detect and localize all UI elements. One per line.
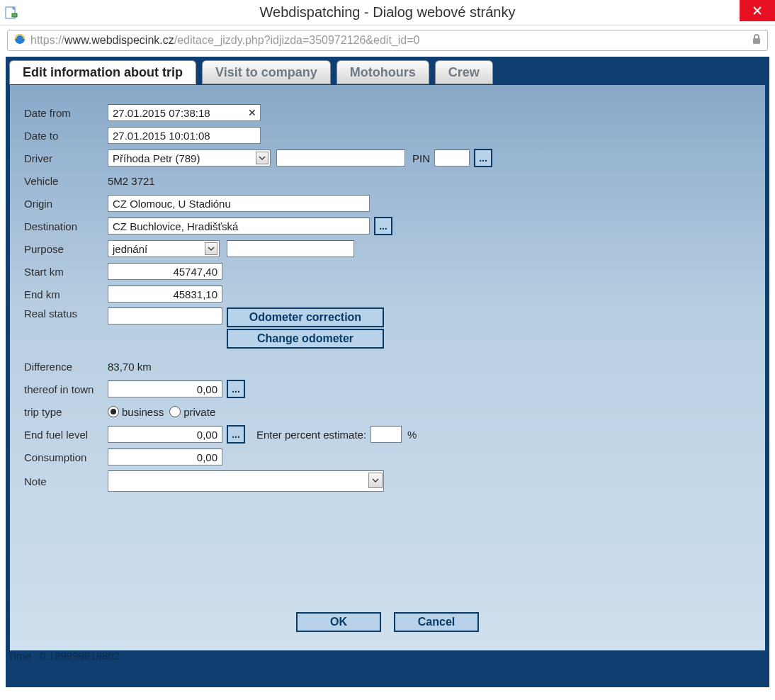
percent-estimate-input[interactable] — [370, 426, 402, 443]
purpose-select[interactable]: jednání — [108, 240, 220, 257]
cancel-button[interactable]: Cancel — [394, 612, 479, 632]
chevron-down-icon — [205, 242, 217, 255]
chevron-down-icon — [256, 152, 268, 164]
tab-label: Motohours — [350, 65, 416, 80]
tab-strip: Edit information about trip Visit to com… — [9, 60, 766, 84]
odometer-correction-button[interactable]: Odometer correction — [227, 307, 384, 327]
label-end-fuel: End fuel level — [24, 429, 108, 441]
window-titlebar: Webdispatching - Dialog webové stránky — [0, 0, 775, 26]
trip-type-private-radio[interactable]: private — [169, 406, 215, 418]
driver-extra-input[interactable] — [276, 149, 405, 166]
label-start-km: Start km — [24, 266, 108, 278]
label-purpose: Purpose — [24, 243, 108, 255]
ok-button[interactable]: OK — [296, 612, 381, 632]
purpose-extra-input[interactable] — [227, 240, 354, 257]
url-path: /editace_jizdy.php?idjizda=350972126&edi… — [174, 34, 420, 47]
page-icon — [4, 6, 18, 20]
svg-rect-1 — [12, 13, 17, 17]
tab-motohours[interactable]: Motohours — [336, 60, 429, 84]
clear-icon[interactable]: ✕ — [248, 107, 256, 118]
purpose-select-value: jednání — [113, 243, 147, 255]
label-enter-percent: Enter percent estimate: — [256, 429, 366, 441]
ie-icon — [13, 33, 26, 48]
vehicle-value: 5M2 3721 — [108, 175, 155, 187]
window-close-button[interactable] — [740, 0, 775, 21]
radio-label: private — [183, 406, 215, 418]
consumption-input[interactable] — [108, 448, 222, 465]
url-protocol: https:// — [30, 34, 64, 47]
in-town-lookup-button[interactable]: ... — [227, 380, 245, 398]
dialog-outer: Edit information about trip Visit to com… — [6, 57, 769, 687]
trip-type-business-radio[interactable]: business — [108, 406, 164, 418]
destination-input[interactable] — [108, 218, 370, 235]
end-km-input[interactable] — [108, 286, 222, 303]
destination-lookup-button[interactable]: ... — [374, 217, 392, 235]
note-dropdown-button[interactable] — [368, 473, 383, 488]
start-km-input[interactable] — [108, 263, 222, 280]
label-date-to: Date to — [24, 130, 108, 142]
label-difference: Difference — [24, 361, 108, 373]
tab-label: Edit information about trip — [23, 65, 183, 80]
lock-icon — [752, 33, 762, 47]
pin-lookup-button[interactable]: ... — [474, 149, 492, 167]
radio-icon — [108, 406, 119, 417]
tab-label: Crew — [448, 65, 480, 80]
label-thereof-in-town: thereof in town — [24, 383, 108, 395]
tab-edit-trip[interactable]: Edit information about trip — [9, 60, 196, 84]
radio-icon — [169, 406, 181, 417]
driver-select-value: Příhoda Petr (789) — [113, 152, 200, 164]
label-percent: % — [407, 429, 417, 441]
label-destination: Destination — [24, 220, 108, 232]
tab-visit-company[interactable]: Visit to company — [202, 60, 331, 84]
dialog-buttons: OK Cancel — [10, 612, 765, 632]
change-odometer-button[interactable]: Change odometer — [227, 329, 384, 349]
label-note: Note — [24, 475, 108, 487]
label-vehicle: Vehicle — [24, 175, 108, 187]
label-date-from: Date from — [24, 107, 108, 119]
end-fuel-input[interactable] — [108, 426, 222, 443]
url-host: www.webdispecink.cz — [64, 34, 174, 47]
real-status-input[interactable] — [108, 307, 222, 324]
address-bar: https:// www.webdispecink.cz /editace_ji… — [0, 26, 775, 54]
url-box[interactable]: https:// www.webdispecink.cz /editace_ji… — [7, 30, 768, 51]
label-consumption: Consumption — [24, 451, 108, 463]
tab-crew[interactable]: Crew — [435, 60, 493, 84]
date-from-input[interactable] — [108, 104, 261, 121]
label-trip-type: trip type — [24, 406, 108, 418]
note-input[interactable] — [108, 470, 384, 492]
window-title: Webdispatching - Dialog webové stránky — [260, 4, 516, 21]
time-footer: Time : 0.189999818802 — [8, 650, 120, 662]
radio-label: business — [122, 406, 164, 418]
end-fuel-lookup-button[interactable]: ... — [227, 425, 245, 444]
label-end-km: End km — [24, 288, 108, 300]
label-origin: Origin — [24, 198, 108, 210]
tab-label: Visit to company — [215, 65, 317, 80]
label-pin: PIN — [412, 152, 430, 164]
label-real-status: Real status — [24, 307, 108, 320]
driver-select[interactable]: Příhoda Petr (789) — [108, 149, 271, 166]
pin-input[interactable] — [434, 149, 470, 166]
in-town-input[interactable] — [108, 380, 222, 397]
svg-rect-3 — [753, 38, 760, 44]
origin-input[interactable] — [108, 195, 370, 212]
form-panel: Date from ✕ Date to Driver Příhoda Petr … — [9, 84, 766, 651]
difference-value: 83,70 km — [108, 361, 152, 373]
date-to-input[interactable] — [108, 127, 261, 144]
label-driver: Driver — [24, 152, 108, 164]
